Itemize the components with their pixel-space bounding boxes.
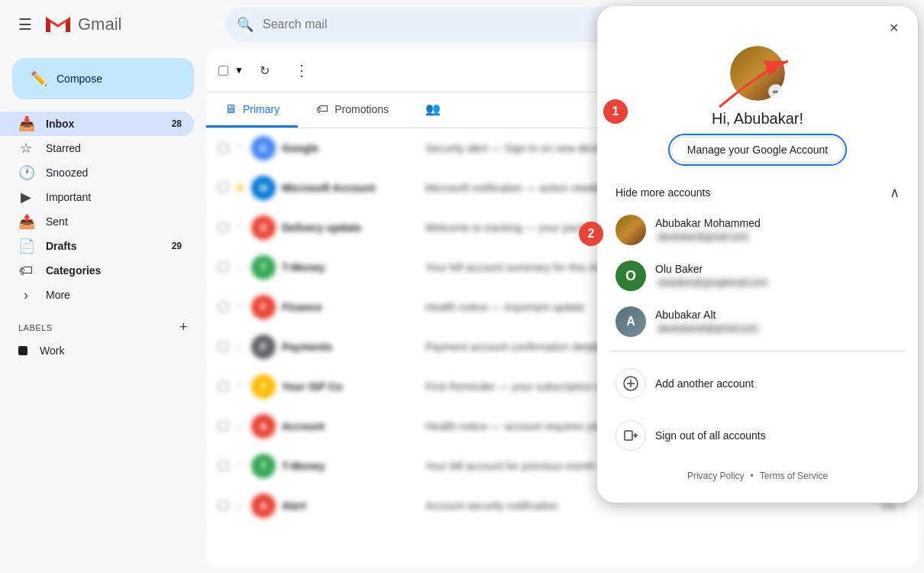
email-checkbox[interactable] — [218, 222, 228, 232]
sidebar-item-sent[interactable]: 📤 Sent — [0, 209, 194, 234]
star-icon[interactable]: ☆ — [234, 141, 245, 155]
account-email-1: abubakar@gmail.com — [655, 231, 751, 243]
menu-icon[interactable]: ☰ — [12, 9, 38, 40]
sender-avatar: T — [251, 255, 276, 280]
email-checkbox[interactable] — [218, 262, 228, 272]
sidebar-item-categories[interactable]: 🏷 Categories — [0, 258, 194, 283]
gmail-logo: Gmail — [44, 14, 121, 35]
refresh-icon[interactable]: ↻ — [250, 55, 280, 86]
terms-of-service-link[interactable]: Terms of Service — [760, 471, 828, 481]
email-checkbox[interactable] — [218, 183, 228, 193]
email-sender: T-Money — [282, 261, 419, 274]
star-icon[interactable]: ☆ — [234, 419, 245, 433]
profile-avatar: ✏ — [730, 46, 785, 101]
search-input[interactable] — [263, 18, 651, 31]
account-info-3: Abubakar Alt abubakaralt@gmail.com — [655, 309, 900, 335]
star-icon[interactable]: ☆ — [234, 498, 245, 513]
email-checkbox[interactable] — [218, 342, 228, 351]
panel-header: ✕ — [597, 6, 918, 40]
sidebar-item-more[interactable]: › More — [0, 283, 194, 307]
email-checkbox[interactable] — [218, 381, 228, 391]
sender-avatar: A — [251, 414, 276, 439]
add-account-label: Add another account — [655, 377, 754, 390]
star-icon[interactable]: ☆ — [234, 220, 245, 235]
star-icon[interactable]: ★ — [234, 180, 245, 195]
email-sender: Microsoft Account — [282, 182, 419, 194]
divider-1 — [609, 351, 906, 351]
promotions-tab-label: Promotions — [334, 103, 389, 115]
gmail-m-icon — [44, 14, 72, 35]
email-sender: Account — [282, 420, 419, 432]
drafts-icon: 📄 — [18, 238, 34, 254]
sign-out-item[interactable]: Sign out of all accounts — [603, 410, 912, 461]
select-all-checkbox[interactable] — [218, 66, 228, 76]
star-icon[interactable]: ☆ — [234, 260, 245, 274]
greeting-text: Hi, Abubakar! — [712, 110, 803, 128]
snoozed-icon: 🕐 — [18, 164, 34, 181]
inbox-label: Inbox — [46, 118, 160, 130]
sent-label: Sent — [46, 215, 182, 228]
privacy-policy-link[interactable]: Privacy Policy — [687, 471, 745, 481]
email-checkbox[interactable] — [218, 302, 228, 312]
accounts-section: Hide more accounts ∧ Abubakar Mohammed a… — [597, 175, 918, 345]
account-name-1: Abubakar Mohammed — [655, 217, 900, 229]
add-account-icon — [615, 368, 646, 399]
manage-google-account-button[interactable]: Manage your Google Account — [671, 137, 844, 163]
sidebar-item-inbox[interactable]: 📥 Inbox 28 — [0, 112, 194, 136]
primary-tab-icon: 🖥 — [225, 102, 237, 116]
topbar-left: ☰ Gmail — [12, 9, 218, 40]
account-email-2: olubaker@googlemail.com — [655, 277, 770, 289]
primary-tab-label: Primary — [243, 103, 279, 115]
account-info-2: Olu Baker olubaker@googlemail.com — [655, 263, 900, 289]
more-options-icon[interactable]: ⋮ — [286, 55, 317, 86]
more-icon: › — [18, 287, 34, 303]
account-panel: ✕ ✏ Hi, Abubakar! Manage your Google Acc… — [597, 6, 918, 503]
sign-out-label: Sign out of all accounts — [655, 429, 766, 442]
gmail-label: Gmail — [78, 15, 121, 34]
footer-dot: • — [751, 471, 754, 481]
tab-social[interactable]: 👥 — [407, 92, 459, 128]
sender-avatar: M — [251, 176, 276, 200]
sidebar-item-snoozed[interactable]: 🕐 Snoozed — [0, 160, 194, 185]
social-tab-icon: 👥 — [425, 102, 441, 116]
panel-footer: Privacy Policy • Terms of Service — [597, 461, 918, 490]
edit-avatar-icon[interactable]: ✏ — [768, 84, 783, 99]
checkbox-dropdown-icon[interactable]: ▼ — [234, 65, 244, 76]
star-icon[interactable]: ☆ — [234, 458, 245, 473]
star-icon[interactable]: ☆ — [234, 339, 245, 354]
sidebar-item-drafts[interactable]: 📄 Drafts 29 — [0, 234, 194, 258]
compose-button[interactable]: ✏️ Compose — [12, 58, 194, 99]
tab-promotions[interactable]: 🏷 Promotions — [298, 92, 407, 128]
sender-avatar: A — [251, 494, 276, 518]
email-sender: Google — [282, 142, 419, 154]
sender-avatar: D — [251, 215, 276, 240]
sign-out-icon — [615, 420, 646, 451]
sidebar-item-important[interactable]: ▶ Important — [0, 185, 194, 209]
account-item-3[interactable]: A Abubakar Alt abubakaralt@gmail.com — [603, 299, 912, 345]
accounts-header[interactable]: Hide more accounts ∧ — [603, 175, 912, 207]
star-icon[interactable]: ☆ — [234, 379, 245, 393]
add-label-icon[interactable]: + — [179, 319, 188, 335]
account-avatar-1 — [615, 215, 646, 245]
account-item-1[interactable]: Abubakar Mohammed abubakar@gmail.com — [603, 207, 912, 253]
email-checkbox[interactable] — [218, 143, 228, 153]
account-name-2: Olu Baker — [655, 263, 900, 275]
sidebar-item-starred[interactable]: ☆ Starred — [0, 136, 194, 160]
sidebar: ✏️ Compose 📥 Inbox 28 ☆ Starred 🕐 Snooze… — [0, 49, 206, 573]
email-checkbox[interactable] — [218, 461, 228, 471]
account-item-2[interactable]: O Olu Baker olubaker@googlemail.com — [603, 253, 912, 299]
more-label: More — [46, 289, 182, 301]
email-checkbox[interactable] — [218, 500, 228, 510]
tab-primary[interactable]: 🖥 Primary — [206, 92, 298, 128]
plus-icon — [623, 376, 638, 391]
important-icon: ▶ — [18, 189, 34, 206]
add-account-item[interactable]: Add another account — [603, 358, 912, 410]
email-checkbox[interactable] — [218, 421, 228, 431]
drafts-label: Drafts — [46, 240, 160, 252]
chevron-up-icon: ∧ — [890, 184, 900, 201]
close-panel-button[interactable]: ✕ — [881, 15, 906, 40]
email-sender: Alert — [282, 500, 419, 512]
account-info-1: Abubakar Mohammed abubakar@gmail.com — [655, 217, 900, 243]
star-icon[interactable]: ☆ — [234, 299, 245, 314]
sidebar-item-work[interactable]: Work — [0, 338, 194, 363]
